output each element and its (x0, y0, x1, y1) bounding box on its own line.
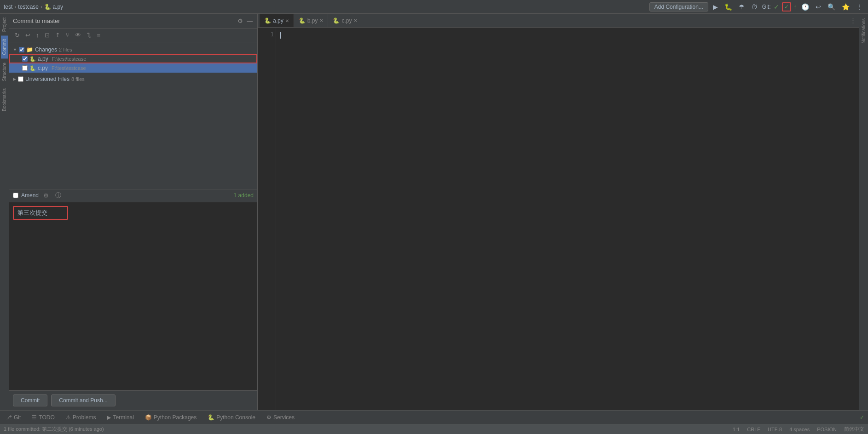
stage-button[interactable]: ↑ (34, 31, 41, 40)
filetype-indicator[interactable]: POSION (817, 427, 837, 432)
project-tab[interactable]: Project (1, 14, 8, 35)
profile-button[interactable]: ⏱ (749, 2, 759, 11)
shelve-button[interactable]: ↥ (53, 31, 62, 40)
branch-button[interactable]: ⑂ (64, 31, 71, 40)
file-item-apy[interactable]: 🐍 a.py F:\test\testcase (9, 54, 257, 63)
line-number-1: 1 (260, 31, 274, 38)
git-tab-icon: ⎇ (6, 414, 12, 421)
apy-path: F:\test\testcase (52, 56, 87, 62)
line-numbers: 1 (258, 28, 276, 410)
git-commit-icon[interactable]: ✓ (782, 2, 791, 11)
apy-checkbox[interactable] (22, 56, 28, 62)
encoding-indicator[interactable]: UTF-8 (768, 427, 782, 432)
tab-cpy-icon: 🐍 (333, 17, 340, 24)
main-content: Project Commit Structure Bookmarks Commi… (0, 14, 868, 410)
bottom-tab-git[interactable]: ⎇ Git (4, 413, 23, 422)
git-push-icon[interactable]: ↑ (794, 3, 797, 10)
indent-indicator[interactable]: 4 spaces (789, 427, 810, 432)
tab-apy-icon: 🐍 (264, 17, 271, 24)
bottom-tab-terminal[interactable]: ▶ Terminal (105, 413, 135, 422)
bottom-tab-problems[interactable]: ⚠ Problems (64, 413, 98, 422)
amend-label: Amend (21, 192, 39, 199)
more-options-icon[interactable]: ⋮ (854, 2, 864, 11)
breadcrumb-test[interactable]: test (4, 4, 12, 10)
minimize-button[interactable]: — (246, 17, 254, 25)
locale-indicator[interactable]: 简体中文 (844, 426, 864, 433)
commit-button[interactable]: Commit (13, 394, 47, 406)
git-label: Git: (762, 4, 771, 10)
eye-button[interactable]: 👁 (73, 31, 83, 40)
commit-message-text: 第三次提交 (17, 209, 47, 216)
bottom-tab-services[interactable]: ⚙ Services (265, 413, 296, 422)
unversioned-checkbox[interactable] (18, 76, 23, 82)
clock-icon[interactable]: 🕐 (799, 2, 811, 11)
expand-button[interactable]: ⇅ (85, 31, 93, 40)
changes-label: Changes (35, 46, 57, 53)
tab-bpy-label: b.py (307, 17, 318, 24)
amend-checkbox[interactable] (13, 193, 18, 198)
problems-tab-icon: ⚠ (66, 414, 71, 421)
services-tab-icon: ⚙ (266, 414, 272, 421)
editor-body: 1 (258, 28, 859, 410)
bookmarks-tab[interactable]: Bookmarks (1, 85, 8, 115)
commit-message-area[interactable]: 第三次提交 (9, 202, 257, 248)
tab-apy-close[interactable]: ✕ (285, 18, 289, 23)
bookmark-icon[interactable]: ⭐ (840, 2, 851, 11)
changes-group-header[interactable]: ▼ 📁 Changes 2 files (9, 45, 257, 54)
right-sidebar: Notifications (859, 14, 868, 410)
git-checkmark-icon: ✓ (774, 3, 779, 11)
commit-push-button[interactable]: Commit and Push... (51, 394, 115, 406)
problems-tab-label: Problems (73, 414, 96, 421)
amend-settings-icon[interactable]: ⚙ (41, 191, 51, 200)
success-indicator: ✓ (860, 414, 864, 421)
add-configuration-button[interactable]: Add Configuration... (649, 2, 708, 11)
commit-header: Commit to master ⚙ — (9, 14, 257, 29)
line-endings-indicator[interactable]: CRLF (747, 427, 760, 432)
changes-count: 2 files (59, 47, 72, 52)
coverage-button[interactable]: ☂ (737, 2, 746, 11)
code-editor[interactable] (276, 28, 859, 410)
refresh-button[interactable]: ↻ (13, 31, 22, 40)
bottom-tab-todo[interactable]: ☰ TODO (30, 413, 56, 422)
collapse-button[interactable]: ≡ (95, 31, 103, 40)
settings-button[interactable]: ⚙ (237, 17, 244, 25)
tab-apy[interactable]: 🐍 a.py ✕ (260, 14, 294, 27)
unversioned-group-header[interactable]: ▶ Unversioned Files 8 files (9, 74, 257, 84)
tab-cpy[interactable]: 🐍 c.py ✕ (328, 14, 362, 27)
left-vertical-tabs: Project Commit Structure Bookmarks (0, 14, 9, 410)
breadcrumb-testcase[interactable]: testcase (18, 4, 39, 10)
changes-group: ▼ 📁 Changes 2 files 🐍 a.py F:\test\testc… (9, 44, 257, 74)
unstage-button[interactable]: ⊡ (43, 31, 52, 40)
rollback-button[interactable]: ↩ (23, 31, 32, 40)
cpy-checkbox[interactable] (22, 65, 28, 71)
amend-info-icon[interactable]: ⓘ (53, 190, 63, 200)
structure-tab-left[interactable]: Structure (1, 59, 8, 85)
debug-button[interactable]: 🐛 (723, 2, 734, 11)
revert-icon[interactable]: ↩ (814, 2, 823, 11)
python-console-tab-label: Python Console (216, 414, 255, 421)
commit-panel: Commit to master ⚙ — ↻ ↩ ↑ ⊡ ↥ ⑂ 👁 ⇅ ≡ ▼ (9, 14, 258, 410)
tab-bpy-icon: 🐍 (299, 17, 306, 24)
commit-toolbar: ↻ ↩ ↑ ⊡ ↥ ⑂ 👁 ⇅ ≡ (9, 29, 257, 42)
changes-checkbox[interactable] (19, 47, 24, 52)
position-indicator[interactable]: 1:1 (733, 427, 740, 432)
bottom-tab-python-console[interactable]: 🐍 Python Console (206, 413, 257, 422)
file-tree: ▼ 📁 Changes 2 files 🐍 a.py F:\test\testc… (9, 42, 257, 189)
tab-cpy-label: c.py (341, 17, 352, 24)
notifications-tab[interactable]: Notifications (860, 16, 867, 46)
tab-bpy-close[interactable]: ✕ (319, 18, 323, 23)
git-tab-label: Git (14, 414, 21, 421)
commit-tab[interactable]: Commit (1, 35, 8, 58)
tabs-menu-button[interactable]: ⋮ (849, 16, 857, 25)
added-count: 1 added (234, 192, 254, 199)
bottom-tab-python-packages[interactable]: 📦 Python Packages (143, 413, 198, 422)
file-item-cpy[interactable]: 🐍 c.py F:\test\testcase (9, 63, 257, 73)
unversioned-group: ▶ Unversioned Files 8 files (9, 74, 257, 85)
cpy-path: F:\test\testcase (52, 65, 86, 71)
run-button[interactable]: ▶ (711, 2, 720, 11)
breadcrumb-file[interactable]: 🐍 a.py (44, 4, 63, 10)
search-top-icon[interactable]: 🔍 (826, 2, 837, 11)
tab-cpy-close[interactable]: ✕ (353, 18, 357, 23)
unversioned-triangle-icon: ▶ (13, 77, 16, 81)
tab-bpy[interactable]: 🐍 b.py ✕ (294, 14, 329, 27)
